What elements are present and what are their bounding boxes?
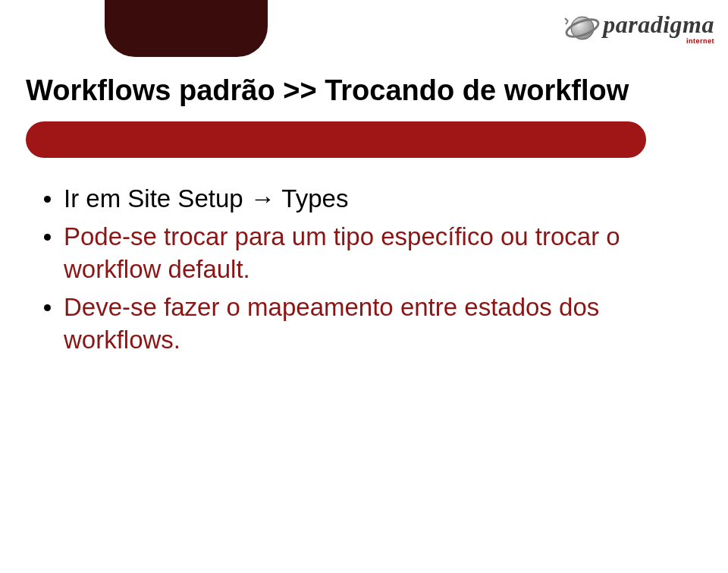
slide: paradigma internet Workflows padrão >> T… <box>0 0 728 573</box>
slide-title: Workflows padrão >> Trocando de workflow <box>26 74 629 107</box>
bullet-item: Ir em Site Setup → Types <box>42 182 682 216</box>
logo: paradigma internet <box>563 9 714 47</box>
top-tab-shape <box>105 0 268 57</box>
bullet-item: Deve-se fazer o mapeamento entre estados… <box>42 291 682 357</box>
title-underline-bar <box>26 121 646 158</box>
logo-mark-icon <box>563 9 601 47</box>
logo-text: paradigma internet <box>603 12 714 45</box>
bullet-item: Pode-se trocar para um tipo específico o… <box>42 220 682 286</box>
bullet-list: Ir em Site Setup → Types Pode-se trocar … <box>42 182 682 361</box>
logo-subtext: internet <box>603 38 714 45</box>
logo-word: paradigma <box>603 12 714 36</box>
